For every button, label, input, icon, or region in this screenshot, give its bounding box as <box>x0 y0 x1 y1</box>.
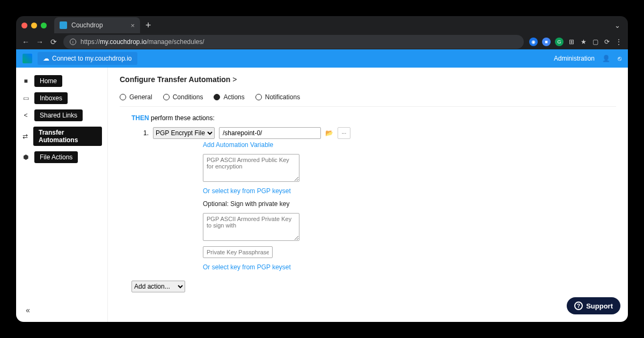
logout-icon[interactable]: ⎋ <box>618 55 621 62</box>
sidebar-item-label: File Actions <box>34 151 78 163</box>
then-label: THEN perform these actions: <box>131 114 616 122</box>
add-variable-link[interactable]: Add Automation Variable <box>203 141 616 149</box>
step-circle-icon <box>255 94 262 100</box>
support-label: Support <box>586 302 613 310</box>
sidebar-item-shared-links[interactable]: < Shared Links <box>21 109 102 121</box>
action-details: Add Automation Variable Or select key fr… <box>203 141 616 271</box>
sidebar-item-transfer-automations[interactable]: ⇄ Transfer Automations <box>21 127 102 146</box>
extension-icon[interactable]: G <box>555 38 564 46</box>
step-tabs: General Conditions Actions Notifications <box>120 93 616 101</box>
back-button[interactable]: ← <box>21 38 30 46</box>
address-toolbar: ← → ⟳ i https://my.couchdrop.io/manage/s… <box>16 34 628 49</box>
passphrase-input[interactable] <box>203 246 273 258</box>
transfer-icon: ⇄ <box>21 133 29 140</box>
app-logo[interactable] <box>23 54 32 63</box>
add-action-select[interactable]: Add action... <box>131 281 185 292</box>
public-key-textarea[interactable] <box>203 154 299 182</box>
url-text: https://my.couchdrop.io/manage/schedules… <box>80 38 204 46</box>
app-topbar: ☁ Connect to my.couchdrop.io Administrat… <box>16 49 628 68</box>
inbox-icon: ▭ <box>21 94 30 102</box>
step-conditions[interactable]: Conditions <box>163 93 203 101</box>
maximize-window-icon[interactable] <box>41 23 47 28</box>
connect-button[interactable]: ☁ Connect to my.couchdrop.io <box>38 52 137 65</box>
select-keyset-link[interactable]: Or select key from PGP keyset <box>203 187 616 195</box>
extension-icon[interactable]: ■ <box>542 38 551 46</box>
step-label: Conditions <box>173 93 203 101</box>
optional-sign-label: Optional: Sign with private key <box>203 200 616 208</box>
profile-square-icon[interactable]: ▢ <box>591 38 599 46</box>
help-icon: ? <box>574 302 583 310</box>
bookmark-icon[interactable]: ★ <box>580 38 587 46</box>
extension-puzzle-icon[interactable]: ⊞ <box>568 38 575 46</box>
minimize-window-icon[interactable] <box>31 23 37 28</box>
user-icon[interactable]: 👤 <box>602 55 610 62</box>
browser-window: Couchdrop × + ⌄ ← → ⟳ i https://my.couch… <box>16 16 628 322</box>
main-content: Configure Transfer Automation > General … <box>107 68 628 322</box>
cast-icon[interactable]: ⟳ <box>603 38 611 46</box>
select-keyset-link-2[interactable]: Or select key from PGP keyset <box>203 263 616 271</box>
step-actions[interactable]: Actions <box>214 93 244 101</box>
step-label: Notifications <box>265 93 300 101</box>
action-number: 1. <box>143 129 149 137</box>
sidebar-item-file-actions[interactable]: ⬢ File Actions <box>21 151 102 163</box>
new-tab-button[interactable]: + <box>145 20 151 31</box>
administration-link[interactable]: Administration <box>554 55 595 62</box>
menu-icon[interactable]: ⋮ <box>615 38 623 46</box>
collapse-sidebar-icon[interactable]: « <box>26 306 30 314</box>
window-controls <box>21 23 47 28</box>
file-action-icon: ⬢ <box>21 153 30 161</box>
step-circle-filled-icon <box>214 94 220 100</box>
sidebar: ■ Home ▭ Inboxes < Shared Links ⇄ Transf… <box>16 68 107 322</box>
more-options-button[interactable]: ··· <box>338 127 350 139</box>
close-window-icon[interactable] <box>21 23 27 28</box>
browser-tab[interactable]: Couchdrop × <box>54 17 140 33</box>
tab-strip: Couchdrop × + ⌄ <box>16 16 628 34</box>
step-circle-icon <box>120 94 126 100</box>
divider <box>120 106 616 107</box>
folder-icon: ■ <box>21 77 30 85</box>
extension-icons: ◉ ■ G ⊞ ★ ▢ ⟳ ⋮ <box>529 38 623 46</box>
tab-title: Couchdrop <box>71 21 103 29</box>
close-tab-icon[interactable]: × <box>130 21 135 30</box>
action-type-select[interactable]: PGP Encrypt File <box>153 127 215 139</box>
sidebar-item-label: Home <box>34 75 62 87</box>
private-key-textarea[interactable] <box>203 213 299 241</box>
app-viewport: ☁ Connect to my.couchdrop.io Administrat… <box>16 49 628 322</box>
sidebar-item-label: Shared Links <box>34 109 83 121</box>
sidebar-item-home[interactable]: ■ Home <box>21 75 102 87</box>
step-general[interactable]: General <box>120 93 152 101</box>
action-row: 1. PGP Encrypt File 📂 ··· <box>143 127 616 139</box>
cloud-icon: ☁ <box>43 55 49 62</box>
chevron-down-icon[interactable]: ⌄ <box>614 21 620 30</box>
app-body: ■ Home ▭ Inboxes < Shared Links ⇄ Transf… <box>16 68 628 322</box>
browser-chrome: Couchdrop × + ⌄ ← → ⟳ i https://my.couch… <box>16 16 628 49</box>
sidebar-item-label: Inboxes <box>34 92 68 104</box>
support-button[interactable]: ? Support <box>567 297 620 314</box>
add-action-row: Add action... <box>131 281 616 292</box>
reload-button[interactable]: ⟳ <box>49 38 58 46</box>
step-label: Actions <box>223 93 244 101</box>
address-bar[interactable]: i https://my.couchdrop.io/manage/schedul… <box>63 35 524 49</box>
step-circle-icon <box>163 94 170 100</box>
forward-button[interactable]: → <box>35 38 44 46</box>
step-notifications[interactable]: Notifications <box>255 93 300 101</box>
favicon <box>60 21 67 29</box>
folder-open-icon[interactable]: 📂 <box>325 129 333 137</box>
breadcrumb-arrow-icon: > <box>232 75 237 84</box>
connect-label: Connect to my.couchdrop.io <box>52 55 132 62</box>
sidebar-item-label: Transfer Automations <box>33 127 102 146</box>
step-label: General <box>129 93 152 101</box>
sidebar-item-inboxes[interactable]: ▭ Inboxes <box>21 92 102 104</box>
path-input[interactable] <box>219 127 321 139</box>
page-title: Configure Transfer Automation > <box>120 75 616 84</box>
share-icon: < <box>21 112 30 119</box>
extension-icon[interactable]: ◉ <box>529 38 538 46</box>
site-info-icon[interactable]: i <box>70 39 76 45</box>
